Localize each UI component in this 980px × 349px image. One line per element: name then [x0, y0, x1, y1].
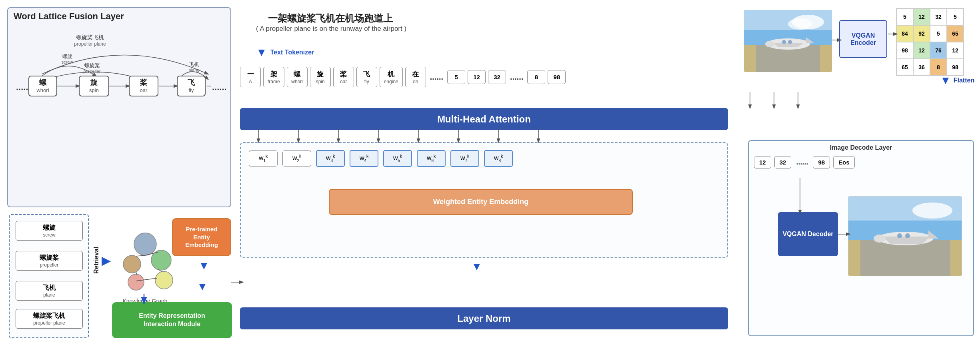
kg-area: Knowledge Graph [110, 216, 180, 304]
svg-text:螺旋: 螺旋 [62, 53, 72, 59]
entity-en-1: screw [18, 232, 80, 238]
btn-12: 12 [754, 156, 771, 168]
wk-5: w5k [383, 150, 412, 167]
grid-cell-0-2: 32 [930, 8, 947, 25]
grid-row-4: 65 36 8 98 [896, 59, 964, 76]
token-num-98: 98 [548, 70, 566, 84]
kg-to-eri-arrow [140, 294, 148, 305]
plane-image-top [744, 10, 832, 72]
token-num-12: 12 [468, 70, 486, 84]
svg-text:propeller: propeller [84, 69, 101, 74]
kg-to-pretrained-arrow [176, 228, 192, 240]
wk-8: w8k [484, 150, 513, 167]
ln-bar: Layer Norm [240, 307, 728, 329]
text-tokenizer-arrow-down: ▼ [256, 46, 267, 59]
main-container: Word Lattice Fusion Layer ...... ...... … [0, 0, 980, 349]
image-decode-title: Image Decode Layer [830, 144, 892, 151]
text-tokenizer-area: ▼ Text Tokenizer [256, 46, 314, 59]
eri-box: Entity RepresentationInteraction Module [112, 302, 232, 338]
grid-cell-1-1: 92 [913, 25, 930, 42]
token-num-8: 8 [527, 70, 545, 84]
grid-cell-3-0: 65 [896, 59, 913, 76]
entity-en-3: plane [18, 292, 80, 298]
svg-point-49 [788, 18, 812, 30]
grid-row-2: 84 92 5 65 [896, 25, 964, 42]
vqgan-decoder-label: VQGAN Decoder [782, 231, 833, 238]
grid-row-3: 98 12 76 12 [896, 42, 964, 59]
svg-text:......: ...... [212, 82, 227, 92]
eri-label: Entity RepresentationInteraction Module [139, 312, 205, 329]
token-grid: 5 12 32 5 84 92 5 65 98 12 76 12 65 36 8… [896, 8, 964, 76]
grid-cell-3-1: 36 [913, 59, 930, 76]
grid-row-1: 5 12 32 5 [896, 8, 964, 25]
token-xuan: 旋 spin [310, 67, 331, 87]
svg-point-57 [788, 40, 792, 44]
plane-image-bottom [848, 196, 962, 276]
token-jiang: 桨 oar [333, 67, 354, 87]
svg-text:旋: 旋 [90, 78, 98, 86]
token-num-5: 5 [447, 70, 465, 84]
svg-text:飞: 飞 [188, 78, 195, 86]
vqgan-encoder-label: VQGAN Encoder [840, 32, 886, 46]
grid-cell-2-3: 12 [947, 42, 964, 59]
svg-point-30 [155, 271, 173, 289]
svg-text:screw: screw [62, 60, 73, 64]
svg-text:plane: plane [189, 68, 200, 72]
svg-point-69 [897, 233, 902, 238]
btn-32: 32 [774, 156, 792, 168]
svg-text:螺: 螺 [39, 78, 47, 86]
grid-cell-0-1: 12 [913, 8, 930, 25]
grid-cell-1-3: 65 [947, 25, 964, 42]
svg-point-55 [765, 41, 775, 47]
pretrained-to-eri-arrow: ▼ [197, 280, 208, 293]
english-sentence: ( A propeller plane is on the runway of … [256, 25, 406, 33]
mha-bar: Multi-Head Attention [240, 108, 728, 130]
entity-cn-2: 螺旋桨 [18, 254, 80, 262]
grid-cell-2-1: 12 [913, 42, 930, 59]
entity-item-3: 飞机 plane [16, 281, 83, 301]
token-ellipsis: ...... [428, 72, 445, 82]
svg-text:螺旋桨飞机: 螺旋桨飞机 [76, 34, 104, 40]
wk-6: w6k [417, 150, 446, 167]
token-jia: 架 frame [263, 67, 284, 87]
token-yi: 一 A [240, 67, 261, 87]
text-tokenizer-label: Text Tokenizer [270, 49, 314, 56]
token-ji: 机 engine [380, 67, 403, 87]
wk-to-ln-arrow: ▼ [471, 260, 482, 273]
entity-cn-3: 飞机 [18, 284, 80, 292]
wk-dashed-box: w1k w2k w3k w4k w5k w6k w7k w8k Weighted… [240, 142, 728, 258]
entity-cn-4: 螺旋桨飞机 [18, 312, 80, 320]
svg-text:whorl: whorl [36, 87, 49, 93]
svg-point-70 [905, 233, 910, 238]
token-num-32: 32 [488, 70, 506, 84]
svg-point-27 [123, 255, 141, 273]
word-lattice-title: Word Lattice Fusion Layer [14, 11, 124, 22]
word-lattice-box: Word Lattice Fusion Layer ...... ...... … [7, 7, 231, 207]
entity-en-2: propeller [18, 262, 80, 268]
svg-point-62 [912, 203, 952, 219]
entity-cn-1: 螺旋 [18, 224, 80, 232]
bottom-token-row: 12 32 ...... 98 Eos [754, 156, 855, 168]
grid-cell-1-2: 5 [930, 25, 947, 42]
btn-ellipsis: ...... [794, 158, 810, 166]
flatten-down-arrow: ▼ [940, 74, 951, 87]
svg-text:桨: 桨 [140, 78, 147, 86]
wk-4: w4k [350, 150, 378, 167]
grid-cell-0-0: 5 [896, 8, 913, 25]
wk-row: w1k w2k w3k w4k w5k w6k w7k w8k [249, 150, 513, 167]
kg-svg [110, 216, 180, 300]
svg-point-68 [874, 235, 886, 243]
weighted-entity-box: Weighted Entity Embedding [329, 189, 633, 215]
svg-text:飞机: 飞机 [189, 61, 199, 67]
wk-1: w1k [249, 150, 278, 166]
wk-7: w7k [450, 150, 479, 167]
token-luo: 螺 whorl [287, 67, 308, 87]
svg-point-29 [128, 274, 144, 290]
svg-text:oar: oar [140, 87, 148, 93]
entity-item-2: 螺旋桨 propeller [16, 251, 83, 271]
svg-line-31 [136, 255, 145, 256]
retrieval-right-arrow: ▶ [102, 253, 111, 267]
mha-to-wk-arrows [240, 128, 728, 144]
grid-cell-3-2: 8 [930, 59, 947, 76]
token-zai: 在 on [405, 67, 426, 87]
